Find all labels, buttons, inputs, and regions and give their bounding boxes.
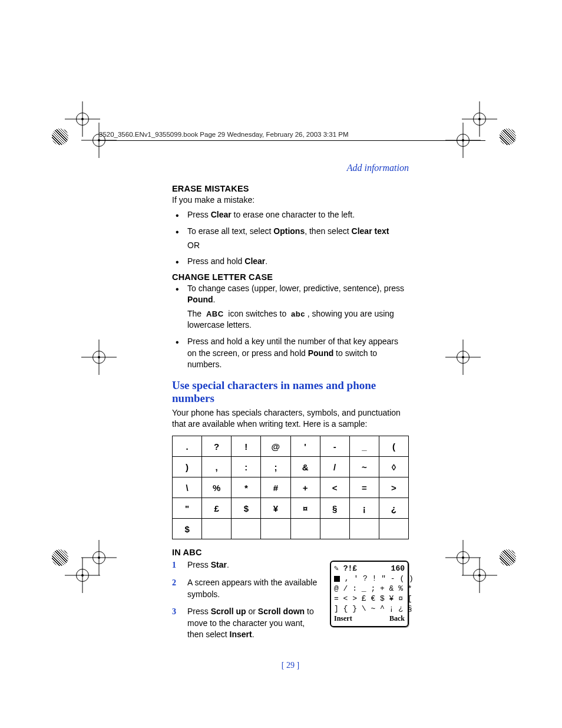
heading-case: CHANGE LETTER CASE xyxy=(172,272,409,282)
symbol-table: .?!@'-_( ),:;&/~◊ \%*#+<=> "£$¥¤§¡¿ $ xyxy=(172,436,409,539)
heading-special: Use special characters in names and phon… xyxy=(172,379,409,405)
special-intro: Your phone has specials characters, symb… xyxy=(172,407,409,430)
heading-inabc: IN ABC xyxy=(172,548,409,557)
inabc-step-2: A screen appears with the available symb… xyxy=(172,577,409,600)
erase-item-1: Press Clear to erase one character to th… xyxy=(172,209,409,221)
erase-item-3: Press and hold Clear. xyxy=(172,256,409,268)
erase-intro: If you make a mistake: xyxy=(172,195,409,206)
case-item-1: To change cases (upper, lower, predictiv… xyxy=(172,283,409,331)
section-link: Add information xyxy=(172,163,409,173)
inabc-step-1: Press Star. xyxy=(172,559,409,571)
inabc-step-3: Press Scroll up or Scroll down to move t… xyxy=(172,606,409,641)
abc-upper-icon: ABC xyxy=(206,309,224,318)
case-item-2: Press and hold a key until the number of… xyxy=(172,336,409,371)
abc-lower-icon: abc xyxy=(291,309,305,318)
page-number: [ 29 ] xyxy=(172,661,409,670)
running-head: 3520_3560.ENv1_9355099.book Page 29 Wedn… xyxy=(99,131,485,141)
erase-item-2: To erase all text, select Options, then … xyxy=(172,226,409,251)
page-content: Add information ERASE MISTAKES If you ma… xyxy=(172,163,409,670)
heading-erase: ERASE MISTAKES xyxy=(172,184,409,193)
